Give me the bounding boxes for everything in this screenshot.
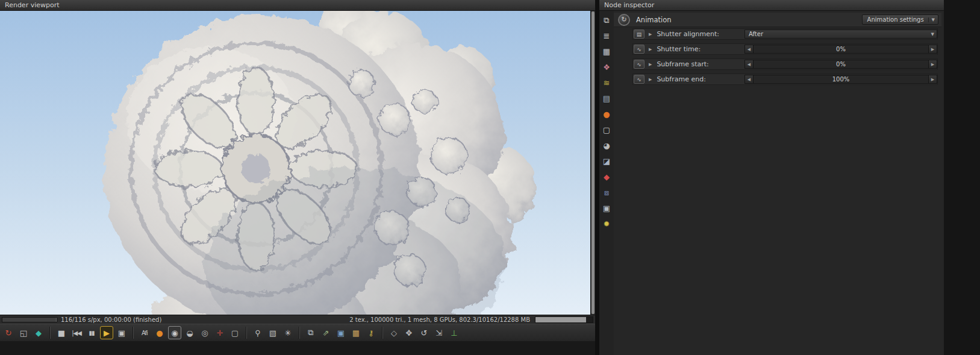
pause-render-icon[interactable]: ▮▮ <box>85 326 98 339</box>
slider-increment-button[interactable]: ▶ <box>928 75 937 83</box>
fullscreen-render-icon[interactable]: ▣ <box>334 326 348 339</box>
save-snapshot-icon[interactable]: ▦ <box>349 326 363 339</box>
play-render-icon[interactable]: ▶ <box>100 326 113 339</box>
refresh-render-icon[interactable]: ↻ <box>2 326 15 339</box>
expander-icon[interactable]: ▶ <box>649 32 652 37</box>
section-title: Animation <box>636 16 672 24</box>
pick-object-icon[interactable]: ▢ <box>228 326 242 339</box>
application-window: Render viewport <box>0 0 980 355</box>
environment-icon[interactable]: ◪ <box>602 156 612 166</box>
chevron-down-icon: ▼ <box>928 17 935 22</box>
restart-render-icon[interactable]: |◀◀ <box>70 326 83 339</box>
viewport-vertical-scrollbar[interactable] <box>590 11 595 315</box>
animation-section-header: ↻ Animation Animation settings ▼ <box>614 13 941 27</box>
pick-material-icon[interactable]: ◒ <box>183 326 196 339</box>
scrollbar-thumb[interactable] <box>591 11 595 314</box>
expander-icon[interactable]: ▶ <box>649 62 652 67</box>
animation-settings-label: Animation settings <box>867 16 924 23</box>
slider-increment-button[interactable]: ▶ <box>928 45 937 53</box>
pick-focus-icon[interactable]: ◎ <box>198 326 211 339</box>
row-label: Shutter time: <box>657 45 701 53</box>
toolbar-separator <box>382 327 383 339</box>
medium-icon[interactable]: ❖ <box>602 62 612 72</box>
scrollbar-thumb[interactable] <box>535 317 586 322</box>
time-icon[interactable]: ◕ <box>602 140 612 151</box>
toolbar-separator <box>49 327 51 339</box>
subframe-start-slider[interactable]: ◀ 0% ▶ <box>744 60 937 69</box>
node-socket-button[interactable]: ▤ <box>634 30 644 39</box>
material-icon[interactable]: ● <box>602 109 612 119</box>
text-overlay-icon[interactable]: Afi <box>138 326 151 339</box>
render-progress-bar <box>2 317 57 322</box>
pick-white-balance-icon[interactable]: ✛ <box>213 326 226 339</box>
toolbar-separator <box>246 327 247 339</box>
render-progress-text: 116/116 s/px, 00:00:00 (finished) <box>61 316 161 323</box>
render-toolbar: ↻◱◆■|◀◀▮▮▶▣Afi●◉◒◎✛▢⚲▧✳⧉⇗▣▦⚷◇✥↺⇲⊥ <box>0 324 595 341</box>
node-inspector-titlebar: Node inspector <box>599 0 944 11</box>
zoom-region-icon[interactable]: ⚲ <box>251 326 264 339</box>
viewport-horizontal-scrollbar[interactable] <box>535 316 593 323</box>
panel-title: Node inspector <box>604 1 654 9</box>
shutter-time-slider[interactable]: ◀ 0% ▶ <box>744 45 937 54</box>
gizmo-axes-icon[interactable]: ⊥ <box>448 326 461 339</box>
row-shutter-time: ∿ ▶ Shutter time: ◀ 0% ▶ <box>632 43 938 55</box>
slider-decrement-button[interactable]: ◀ <box>745 60 754 68</box>
emission-icon[interactable]: ≋ <box>602 78 612 88</box>
show-bounds-icon[interactable]: ◇ <box>387 326 401 339</box>
render-passes-icon[interactable]: ⧈ <box>602 187 612 198</box>
toolbar-separator <box>133 327 134 339</box>
slider-increment-button[interactable]: ▶ <box>928 60 937 68</box>
row-subframe-start: ∿ ▶ Subframe start: ◀ 0% ▶ <box>632 58 938 70</box>
animation-settings-dropdown[interactable]: Animation settings ▼ <box>862 14 938 25</box>
slider-decrement-button[interactable]: ◀ <box>745 75 754 83</box>
rotate-tool-icon[interactable]: ↺ <box>417 326 431 339</box>
expander-icon[interactable]: ▶ <box>649 47 652 52</box>
node-icon-glyph: ↻ <box>621 16 626 24</box>
camera-orbit-icon[interactable]: ◉ <box>168 326 181 339</box>
clay-render-icon[interactable]: ✳ <box>281 326 295 339</box>
render-region-icon[interactable]: ▧ <box>266 326 279 339</box>
shutter-alignment-dropdown[interactable]: After ▼ <box>744 30 937 39</box>
sun-light-icon[interactable]: ✹ <box>602 219 612 229</box>
render-viewport-panel: Render viewport <box>0 0 595 355</box>
row-shutter-alignment: ▤ ▶ Shutter alignment: After ▼ <box>632 28 938 40</box>
node-inspector-panel: Node inspector ⧉≣▦❖≋▤●▢◕◪◆⧈▣✹ ↻ Animatio… <box>599 0 944 355</box>
node-stack-icon[interactable]: ⧉ <box>602 15 612 25</box>
node-inspector-content: ↻ Animation Animation settings ▼ ▤ ▶ Shu… <box>614 11 944 355</box>
subframe-end-slider[interactable]: ◀ 100% ▶ <box>744 75 937 84</box>
texture-image-icon[interactable]: ▦ <box>602 46 612 57</box>
node-socket-button[interactable]: ∿ <box>634 60 644 69</box>
lock-image-icon[interactable]: ⚷ <box>364 326 378 339</box>
export-gem-icon[interactable]: ◆ <box>32 326 45 339</box>
copy-image-icon[interactable]: ⧉ <box>304 326 317 339</box>
slider-value: 0% <box>754 60 928 68</box>
scale-tool-icon[interactable]: ⇲ <box>432 326 446 339</box>
layers-icon[interactable]: ▤ <box>602 93 612 104</box>
node-socket-button[interactable]: ∿ <box>634 45 644 54</box>
node-socket-button[interactable]: ∿ <box>634 75 644 84</box>
panel-title: Render viewport <box>5 1 60 9</box>
window-bottom-strip <box>0 341 595 355</box>
material-preview-icon[interactable]: ● <box>153 326 166 339</box>
camera-frame-icon[interactable]: ▢ <box>602 125 612 135</box>
render-viewport[interactable] <box>0 11 595 315</box>
row-label: Subframe start: <box>657 60 708 68</box>
image-output-icon[interactable]: ▣ <box>602 203 612 213</box>
stop-render-icon[interactable]: ■ <box>55 326 68 339</box>
move-tool-icon[interactable]: ✥ <box>402 326 416 339</box>
slider-value: 0% <box>754 45 928 53</box>
display-modes-icon[interactable]: ▣ <box>115 326 128 339</box>
toolbar-separator <box>299 327 300 339</box>
export-image-icon[interactable]: ⇗ <box>319 326 332 339</box>
expander-icon[interactable]: ▶ <box>649 77 652 82</box>
render-stats-text: 2 tex., 100000 tri., 1 mesh, 8 GPUs, 802… <box>349 316 530 323</box>
resize-viewport-icon[interactable]: ◱ <box>17 326 30 339</box>
row-label: Subframe end: <box>657 75 705 83</box>
panel-splitter[interactable] <box>595 0 599 355</box>
slider-decrement-button[interactable]: ◀ <box>745 45 754 53</box>
rendered-image <box>0 11 595 315</box>
node-list-icon[interactable]: ≣ <box>602 31 612 41</box>
geometry-icon[interactable]: ◆ <box>602 172 612 182</box>
row-subframe-end: ∿ ▶ Subframe end: ◀ 100% ▶ <box>632 74 938 85</box>
animation-node-icon[interactable]: ↻ <box>618 14 630 26</box>
